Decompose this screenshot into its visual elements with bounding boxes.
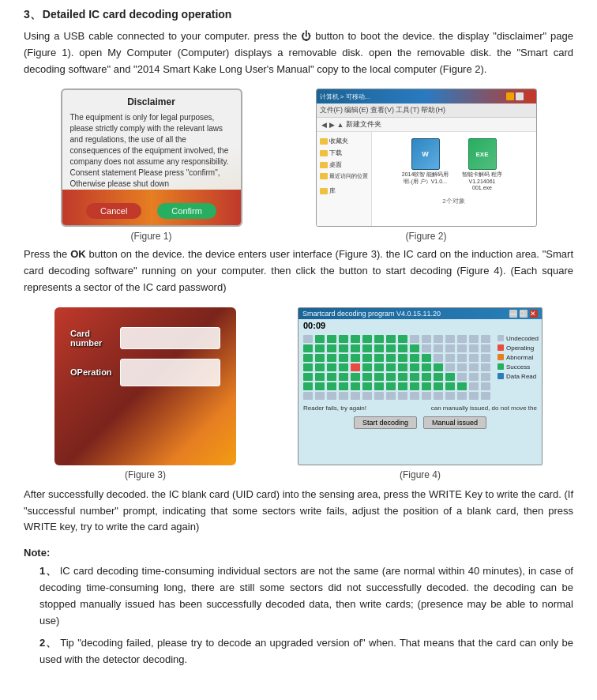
grid-cell bbox=[422, 363, 431, 371]
explorer-main: W 2014软智 能解码用 明-(用 户）V1.0... EXE 智能卡解码 程… bbox=[372, 132, 536, 227]
grid-cell bbox=[457, 373, 467, 381]
grid-cell bbox=[327, 373, 336, 381]
grid-cell bbox=[434, 373, 443, 381]
grid-cell bbox=[457, 344, 467, 352]
grid-cell bbox=[339, 382, 348, 390]
operating-dot bbox=[498, 344, 504, 351]
sw-decode-grid bbox=[303, 335, 491, 400]
sw-buttons: Start decoding Manual issued bbox=[298, 413, 542, 432]
grid-cell bbox=[481, 335, 490, 343]
grid-cell bbox=[386, 373, 396, 381]
note-item-1: 1、 IC card decoding time-consuming indiv… bbox=[39, 563, 573, 629]
grid-cell bbox=[339, 335, 348, 343]
grid-cell bbox=[434, 363, 443, 371]
note1-text: IC card decoding time-consuming individu… bbox=[39, 565, 573, 626]
sw-timer: 00:09 bbox=[298, 319, 542, 332]
grid-cell bbox=[362, 373, 372, 381]
grid-cell bbox=[481, 354, 490, 362]
grid-cell bbox=[481, 392, 490, 400]
grid-cell bbox=[457, 382, 467, 390]
grid-cell bbox=[457, 392, 467, 400]
grid-cell bbox=[434, 392, 443, 400]
library-icon bbox=[320, 188, 328, 194]
grid-cell bbox=[469, 354, 479, 362]
grid-cell bbox=[445, 354, 455, 362]
explorer-sidebar: 收藏夹 下载 桌面 最近访问的位置 库 bbox=[317, 132, 372, 227]
grid-cell bbox=[398, 373, 407, 381]
sw-maximize-btn[interactable]: □ bbox=[520, 310, 528, 318]
start-decoding-button[interactable]: Start decoding bbox=[354, 416, 417, 429]
grid-cell bbox=[339, 354, 348, 362]
file-item-1[interactable]: W 2014软智 能解码用 明-(用 户）V1.0... bbox=[402, 138, 449, 185]
grid-cell bbox=[386, 344, 396, 352]
grid-cell bbox=[303, 382, 313, 390]
grid-cell bbox=[422, 392, 431, 400]
figures-row-1: Disclaimer The equipment is only for leg… bbox=[24, 88, 573, 242]
grid-cell bbox=[362, 392, 372, 400]
minimize-btn[interactable] bbox=[506, 92, 514, 100]
grid-cell bbox=[445, 335, 455, 343]
maximize-btn[interactable] bbox=[516, 92, 524, 100]
explorer-addressbar: ◀ ▶ ▲ 新建文件夹 bbox=[317, 118, 536, 132]
success-dot bbox=[498, 363, 504, 370]
confirm-button[interactable]: Confirm bbox=[157, 203, 216, 219]
file-explorer: 计算机 > 可移动... 文件(F) 编辑(E) 查看(V) 工具(T) 帮助(… bbox=[316, 88, 537, 227]
grid-cell bbox=[386, 335, 396, 343]
figure1-caption: (Figure 1) bbox=[130, 231, 171, 242]
sidebar-downloads: 下载 bbox=[329, 149, 342, 157]
sidebar-library: 库 bbox=[329, 186, 336, 195]
card-number-input[interactable] bbox=[120, 327, 220, 349]
sw-title-buttons: — □ ✕ bbox=[509, 310, 538, 318]
file-item-2[interactable]: EXE 智能卡解码 程序 V1.214061 001.exe bbox=[459, 138, 506, 191]
grid-cell bbox=[469, 344, 479, 352]
grid-cell bbox=[315, 363, 325, 371]
section-title: Detailed IC card decoding operation bbox=[43, 8, 232, 21]
manual-issued-button[interactable]: Manual issued bbox=[423, 416, 486, 429]
grid-cell bbox=[303, 354, 313, 362]
operating-label: Operating bbox=[506, 344, 534, 352]
desktop-icon bbox=[320, 162, 328, 168]
grid-cell bbox=[481, 373, 490, 381]
sw-close-btn[interactable]: ✕ bbox=[530, 310, 538, 318]
grid-cell bbox=[481, 382, 490, 390]
grid-cell bbox=[374, 363, 384, 371]
operation-input[interactable] bbox=[120, 359, 220, 386]
grid-cell bbox=[434, 335, 443, 343]
grid-cell bbox=[422, 354, 431, 362]
grid-cell bbox=[410, 382, 419, 390]
grid-cell bbox=[410, 354, 419, 362]
explorer-menu: 文件(F) 编辑(E) 查看(V) 工具(T) 帮助(H) bbox=[320, 105, 445, 115]
figure2-container: 计算机 > 可移动... 文件(F) 编辑(E) 查看(V) 工具(T) 帮助(… bbox=[316, 88, 537, 242]
disclaimer-text: The equipment is only for legal purposes… bbox=[70, 112, 233, 190]
grid-cell bbox=[351, 363, 360, 371]
grid-cell bbox=[410, 335, 419, 343]
explorer-files: W 2014软智 能解码用 明-(用 户）V1.0... EXE 智能卡解码 程… bbox=[402, 138, 506, 191]
grid-cell bbox=[434, 382, 443, 390]
up-btn[interactable]: ▲ bbox=[337, 121, 344, 129]
forward-btn[interactable]: ▶ bbox=[329, 121, 335, 129]
grid-cell bbox=[351, 373, 360, 381]
grid-cell bbox=[374, 382, 384, 390]
sw-status-left: Reader fails, try again! bbox=[303, 405, 366, 412]
disclaimer-dialog: Disclaimer The equipment is only for leg… bbox=[61, 88, 242, 227]
operation-label: OPeration bbox=[70, 367, 114, 377]
note-title: Note: bbox=[24, 547, 573, 559]
grid-cell bbox=[469, 373, 479, 381]
grid-cell bbox=[469, 382, 479, 390]
sw-legend: Undecoded Operating Abnormal Success bbox=[494, 335, 539, 400]
back-btn[interactable]: ◀ bbox=[321, 121, 327, 129]
grid-cell bbox=[362, 382, 372, 390]
card-number-label: Card number bbox=[70, 329, 114, 348]
cancel-button[interactable]: Cancel bbox=[86, 203, 141, 219]
grid-cell bbox=[410, 344, 419, 352]
grid-cell bbox=[327, 392, 336, 400]
grid-cell bbox=[398, 382, 407, 390]
sw-minimize-btn[interactable]: — bbox=[509, 310, 517, 318]
grid-cell bbox=[351, 382, 360, 390]
legend-success: Success bbox=[498, 363, 539, 371]
grid-cell bbox=[315, 344, 325, 352]
close-btn[interactable] bbox=[525, 92, 533, 100]
sw-titlebar: Smartcard decoding program V4.0.15.11.20… bbox=[298, 308, 542, 319]
grid-cell bbox=[386, 354, 396, 362]
grid-cell bbox=[303, 373, 313, 381]
